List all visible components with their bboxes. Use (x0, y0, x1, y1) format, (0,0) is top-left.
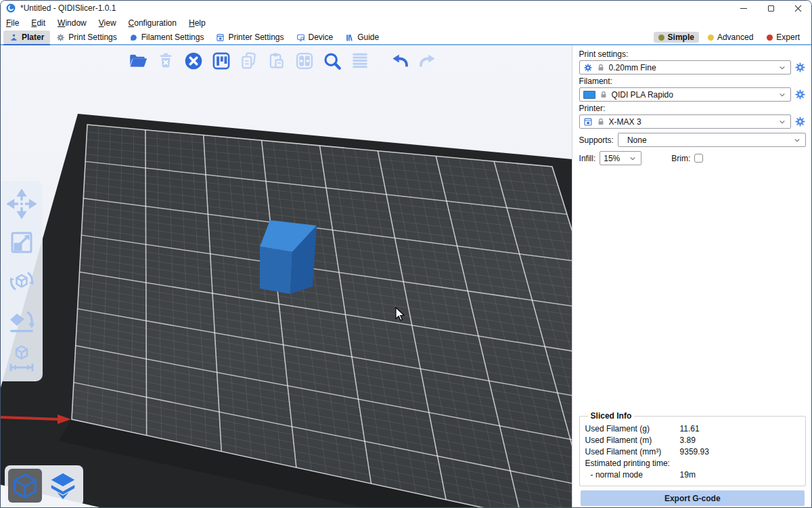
mode-switcher: Simple Advanced Expert (654, 32, 811, 43)
bed-3d-scene[interactable] (1, 45, 572, 508)
measure-button[interactable] (5, 342, 38, 375)
menu-configuration[interactable]: Configuration (129, 18, 177, 28)
simple-dot-icon (658, 35, 664, 41)
advanced-dot-icon (708, 35, 714, 41)
minimize-icon (740, 8, 747, 9)
infill-label: Infill: (579, 154, 596, 163)
variable-layer-height-button[interactable] (348, 49, 371, 72)
place-on-face-button[interactable] (5, 303, 38, 336)
supports-combo[interactable]: None (618, 133, 806, 147)
menu-help[interactable]: Help (189, 18, 206, 28)
si-value: 3.89 (680, 436, 696, 445)
guide-icon (345, 33, 354, 42)
brim-label: Brim: (671, 154, 690, 163)
supports-value: None (622, 135, 789, 145)
main-toolbar (127, 49, 439, 72)
delete-all-button[interactable] (182, 49, 205, 72)
si-label: Used Filament (g) (585, 424, 680, 433)
menu-window[interactable]: Window (58, 18, 87, 28)
chevron-down-icon (778, 91, 786, 99)
infill-combo[interactable]: 15% (600, 151, 641, 165)
variable-layer-height-icon (350, 51, 370, 71)
tab-bar: Plater Print Settings Filament Settings … (1, 30, 811, 45)
view-switcher (5, 465, 83, 506)
split-button[interactable] (293, 49, 316, 72)
si-label: Estimated printing time: (585, 459, 680, 468)
mode-simple[interactable]: Simple (654, 32, 699, 43)
printer-gear-button[interactable] (794, 116, 806, 127)
chevron-down-icon (778, 118, 786, 126)
sliced-info-row: - normal mode 19m (585, 470, 800, 480)
search-button[interactable] (321, 49, 344, 72)
tab-device[interactable]: Device (290, 30, 340, 44)
printer-value: X-MAX 3 (609, 117, 774, 127)
arrange-button[interactable] (210, 49, 233, 72)
filament-value: QIDI PLA Rapido (612, 90, 774, 100)
mode-expert[interactable]: Expert (762, 32, 805, 43)
filament-gear-button[interactable] (794, 89, 806, 100)
lock-icon (597, 118, 605, 126)
export-gcode-button[interactable]: Export G-code (581, 490, 805, 506)
brim-checkbox[interactable] (694, 154, 703, 163)
tab-printer-settings[interactable]: Printer Settings (210, 30, 290, 44)
tab-label: Plater (22, 33, 44, 42)
gizmo-toolbar (1, 181, 43, 381)
gear-icon (56, 33, 65, 42)
printer-label: Printer: (579, 104, 806, 113)
mode-advanced[interactable]: Advanced (703, 32, 758, 43)
si-label: Used Filament (mm³) (585, 447, 680, 457)
tab-plater[interactable]: Plater (3, 30, 50, 44)
device-icon (296, 33, 305, 42)
delete-button[interactable] (154, 49, 177, 72)
filament-label: Filament: (579, 77, 806, 86)
print-settings-combo[interactable]: 0.20mm Fine (579, 60, 791, 75)
sliced-info-row: Used Filament (mm³) 9359.93 (585, 447, 800, 457)
si-label: Used Filament (m) (585, 436, 680, 445)
close-button[interactable] (784, 1, 811, 16)
chevron-down-icon (629, 154, 637, 163)
print-settings-value: 0.20mm Fine (609, 63, 774, 72)
print-settings-gear-button[interactable] (794, 62, 806, 73)
scale-button[interactable] (5, 226, 38, 259)
close-icon (794, 5, 802, 12)
filament-combo[interactable]: QIDI PLA Rapido (579, 87, 791, 102)
menu-edit[interactable]: Edit (31, 18, 45, 28)
minimize-button[interactable] (730, 1, 757, 16)
mouse-cursor (395, 307, 405, 322)
printer-combo[interactable]: X-MAX 3 (579, 114, 791, 129)
sliced-info-row: Used Filament (m) 3.89 (585, 436, 800, 445)
redo-button[interactable] (416, 49, 439, 72)
delete-all-icon (183, 51, 204, 71)
window-title: *Untitled - QIDISlicer-1.0.1 (20, 3, 116, 13)
si-value: 11.61 (680, 424, 700, 433)
copy-button[interactable] (238, 49, 261, 72)
preview-layers-button[interactable] (46, 469, 80, 503)
open-button[interactable] (127, 49, 150, 72)
viewport-3d[interactable] (1, 45, 572, 508)
menu-bar: File Edit Window View Configuration Help (1, 16, 811, 30)
menu-view[interactable]: View (99, 18, 116, 28)
tab-print-settings[interactable]: Print Settings (50, 30, 122, 44)
chevron-down-icon (778, 64, 786, 72)
filament-icon (129, 33, 138, 42)
rotate-button[interactable] (5, 265, 38, 297)
copy-icon (239, 51, 259, 71)
preview-layers-icon (49, 471, 77, 500)
menu-file[interactable]: File (6, 18, 19, 28)
tab-filament-settings[interactable]: Filament Settings (123, 30, 210, 44)
tab-guide[interactable]: Guide (339, 30, 385, 44)
paste-button[interactable] (265, 49, 288, 72)
lock-icon (600, 91, 608, 99)
redo-icon (418, 51, 438, 71)
maximize-button[interactable] (757, 1, 784, 16)
undo-button[interactable] (388, 49, 411, 72)
tab-label: Print Settings (68, 33, 116, 42)
lock-icon (597, 64, 605, 72)
printer-icon (216, 33, 225, 42)
gear-icon (583, 63, 593, 72)
measure-icon (7, 343, 37, 373)
move-button[interactable] (5, 188, 38, 220)
editor-3d-view-button[interactable] (8, 469, 42, 503)
delete-icon (156, 51, 176, 71)
sliced-info-panel: Sliced Info Used Filament (g) 11.61 Used… (579, 411, 806, 486)
